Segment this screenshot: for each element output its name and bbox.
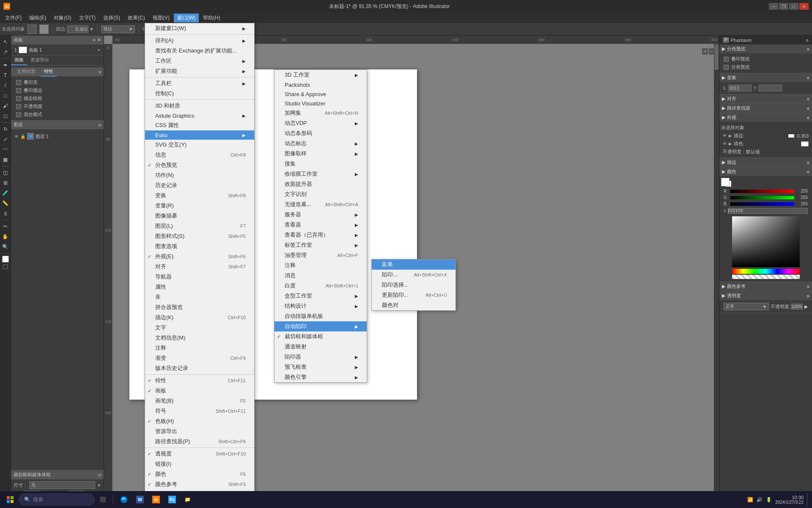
esko-studio-viz[interactable]: Studio Visualizer <box>274 99 367 108</box>
menu-item-svg[interactable]: SVG 交互(Y) <box>145 140 254 150</box>
tool-select[interactable]: ↖ <box>1 37 10 47</box>
autotrap-submenu[interactable]: 富果 陷印... Alt+Shift+Ctrl+X 陷印选择... 更新陷印..… <box>371 259 456 311</box>
taskbar-start-button[interactable] <box>3 493 17 506</box>
esko-server[interactable]: 服务器 ▶ <box>274 210 367 220</box>
toolbar-stroke-preset[interactable]: 等比 ▼ <box>101 25 135 33</box>
menu-item-color-guide[interactable]: 颜色参考 Shift+F3 <box>145 479 254 489</box>
toolbar-stroke-input[interactable] <box>67 25 88 33</box>
esko-whiteness[interactable]: 白度 Alt+Shift+Ctrl+1 <box>274 281 367 291</box>
layer-visibility-toggle[interactable]: 👁 <box>14 134 19 139</box>
tool-pen[interactable]: ✒ <box>1 61 10 70</box>
taskbar-search-box[interactable]: 🔍 搜索 <box>19 494 95 505</box>
menu-item-sep-preview[interactable]: 分色预览 <box>145 160 254 170</box>
menu-object[interactable]: 对象(O) <box>50 14 74 22</box>
artboard-panel-close[interactable]: ✕ <box>97 37 101 43</box>
menu-item-new-window[interactable]: 新建窗口(W) ▶ <box>145 23 254 33</box>
tool-blend[interactable]: ⧖ <box>1 209 10 218</box>
menu-item-properties2[interactable]: 特性 Ctrl+F11 <box>145 375 254 386</box>
artboard-add-icon[interactable]: + <box>98 47 100 52</box>
autotrap-trap-selection[interactable]: 陷印选择... <box>372 280 455 290</box>
tool-mesh[interactable]: ⊞ <box>1 178 10 188</box>
menu-item-esko[interactable]: Esko ▶ <box>145 130 254 140</box>
menu-select[interactable]: 选择(S) <box>100 14 123 22</box>
menu-item-info[interactable]: 信息 Ctrl+F8 <box>145 150 254 160</box>
menu-item-library[interactable]: 库 <box>145 292 254 302</box>
tool-rect[interactable]: □ <box>1 91 10 100</box>
esko-box-studio[interactable]: 盒型工作室 ▶ <box>274 291 367 301</box>
esko-collect[interactable]: 搜集 <box>274 159 367 169</box>
menu-item-extensions[interactable]: 扩展功能 ▶ <box>145 66 254 76</box>
menu-item-links[interactable]: 链接(I) <box>145 459 254 469</box>
color-panel-menu[interactable]: ≡ <box>807 169 809 174</box>
menu-view[interactable]: 视图(V) <box>149 14 173 22</box>
menu-window[interactable]: 窗口(W) <box>174 14 199 22</box>
separation-preview-header[interactable]: ▶ 分色预览 ≡ <box>719 44 812 53</box>
tool-rotate[interactable]: ↻ <box>1 124 10 134</box>
taskbar-app-explorer[interactable]: 📁 <box>181 493 194 506</box>
transform-header[interactable]: ▶ 变换 ≡ <box>719 73 812 82</box>
menu-item-gradient[interactable]: 渐变 Ctrl+F9 <box>145 353 254 363</box>
menu-item-brushes[interactable]: 画笔(B) F5 <box>145 396 254 406</box>
crop-size-select[interactable]: 无 <box>29 481 95 489</box>
menu-item-swatches[interactable]: 色板(H) <box>145 416 254 426</box>
checkbox-opacity[interactable] <box>16 104 21 109</box>
align-menu[interactable]: ≡ <box>807 97 809 102</box>
taskbar-show-desktop[interactable] <box>807 493 809 506</box>
esko-auto-layout[interactable]: 自动排版单机板 <box>274 311 367 321</box>
maximize-button[interactable]: □ <box>789 3 798 10</box>
stroke-header[interactable]: ▶ 描边 ≡ <box>719 158 812 167</box>
checkbox-overprint-fill[interactable] <box>16 80 21 85</box>
tool-line[interactable]: / <box>1 81 10 90</box>
autotrap-fuguo[interactable]: 富果 <box>372 260 455 270</box>
color-hex-input[interactable] <box>728 208 808 214</box>
menu-item-layers[interactable]: 图层(L) F7 <box>145 221 254 231</box>
tool-eraser[interactable]: ◻ <box>1 111 10 121</box>
menu-item-transform[interactable]: 变换 Shift+F8 <box>145 190 254 201</box>
menu-item-transparency[interactable]: 透视度 Shift+Ctrl+F10 <box>145 449 254 459</box>
tool-hand[interactable]: ✋ <box>1 232 10 241</box>
taskbar-app-illustrator[interactable]: Ai <box>149 493 163 506</box>
menu-item-history[interactable]: 历史记录 <box>145 180 254 190</box>
transparency-menu[interactable]: ≡ <box>807 293 809 298</box>
tool-eyedrop[interactable]: 🧪 <box>1 188 10 198</box>
esko-preflight[interactable]: 预飞检查 ▶ <box>274 362 367 372</box>
menu-item-doc-info[interactable]: 文档信息(M) <box>145 333 254 343</box>
color-ref-menu[interactable]: ≡ <box>807 284 809 289</box>
menu-effects[interactable]: 效果(C) <box>124 14 148 22</box>
menu-item-css[interactable]: CSS 属性 <box>145 120 254 130</box>
esko-crop-media[interactable]: 裁切框和媒体框 <box>274 331 367 342</box>
color-panel-header[interactable]: ▶ 颜色 ≡ <box>719 167 812 176</box>
checkbox-sep-preview[interactable] <box>724 65 729 70</box>
checkbox-overprint-border[interactable] <box>16 96 21 101</box>
slider-r-bar[interactable] <box>730 190 794 193</box>
tool-stroke-color[interactable] <box>3 264 8 269</box>
transform-y-input[interactable] <box>759 85 782 91</box>
appearance-eye[interactable]: 👁 <box>723 133 727 138</box>
restore-button[interactable]: ❐ <box>779 3 788 10</box>
tool-measure[interactable]: 📏 <box>1 199 10 208</box>
tool-scale[interactable]: ⤢ <box>1 135 10 144</box>
menu-item-pathfinder[interactable]: 路径查找器(P) Shift+Ctrl+F9 <box>145 436 254 447</box>
autotrap-trap[interactable]: 陷印... Alt+Shift+Ctrl+X <box>372 270 455 280</box>
phantasm-menu[interactable]: ≡ <box>806 38 809 43</box>
esko-label-studio[interactable]: 标签工作室 ▶ <box>274 240 367 250</box>
esko-image-sampling[interactable]: 图像取样 ▶ <box>274 149 367 159</box>
menu-item-stroke[interactable]: 描边(K) Ctrl+F10 <box>145 312 254 323</box>
menu-item-properties[interactable]: 属性 <box>145 282 254 292</box>
properties-menu-icon[interactable]: ≡ <box>99 69 101 75</box>
tool-scissors[interactable]: ✂ <box>1 222 10 231</box>
scrollbar-v-thumb[interactable] <box>714 44 719 70</box>
menu-item-type[interactable]: 文字 <box>145 323 254 333</box>
scrollbar-vertical[interactable] <box>714 44 719 503</box>
close-button[interactable]: ✕ <box>799 3 809 10</box>
window-dropdown[interactable]: 新建窗口(W) ▶ 排列(A) ▶ 查找有关 Exchange 的扩展功能...… <box>145 23 255 508</box>
layer-lock-toggle[interactable]: 🔒 <box>20 134 25 139</box>
tool-fill-color[interactable] <box>2 256 9 262</box>
esko-share-approve[interactable]: Share & Approve <box>274 89 367 99</box>
taskbar-app-edge[interactable] <box>117 493 131 506</box>
esko-viewer-legacy[interactable]: 查看器（已弃用） ▶ <box>274 230 367 240</box>
appearance-menu[interactable]: ≡ <box>807 115 809 120</box>
autotrap-update[interactable]: 更新陷印... Alt+Ctrl+U <box>372 290 455 300</box>
tab-asset-export[interactable]: 资源导出 <box>27 55 52 65</box>
color-ref-header[interactable]: ▶ 颜色参考 ≡ <box>719 282 812 291</box>
